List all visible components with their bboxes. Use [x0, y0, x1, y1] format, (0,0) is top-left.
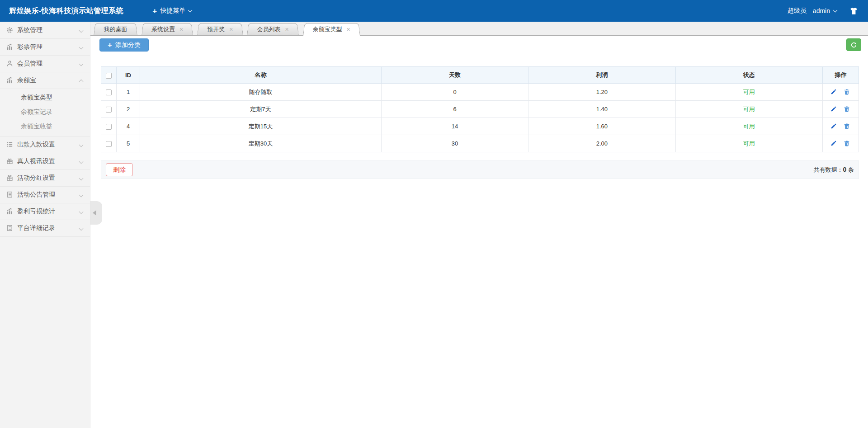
- table-row: 4 定期15天 14 1.60 可用: [101, 118, 859, 135]
- sidebar-item-profit-loss-statistics[interactable]: 盈利亏损统计: [0, 203, 90, 220]
- sidebar-item-activity-dividend-settings[interactable]: 活动分红设置: [0, 170, 90, 187]
- trash-icon[interactable]: [844, 89, 851, 96]
- add-category-label: 添加分类: [115, 41, 141, 49]
- sidebar-item-system-management[interactable]: 系统管理: [0, 22, 90, 39]
- chevron-down-icon: [833, 8, 838, 13]
- document-icon: [6, 191, 14, 198]
- total-prefix: 共有数据：: [814, 166, 843, 173]
- sidebar-item-yuebao-type[interactable]: 余额宝类型: [0, 90, 90, 104]
- delete-button[interactable]: 删除: [106, 163, 133, 176]
- cell-id: 1: [117, 84, 140, 101]
- sidebar-item-label: 活动分红设置: [17, 174, 55, 182]
- sidebar-menu: 系统管理 彩票管理 会员管理 余额宝: [0, 22, 90, 237]
- submenu-item-label: 余额宝类型: [21, 94, 52, 101]
- refresh-button[interactable]: [846, 38, 861, 51]
- trash-icon[interactable]: [844, 123, 851, 130]
- tab-member-list[interactable]: 会员列表 ×: [247, 23, 298, 35]
- user-icon: [6, 60, 14, 67]
- table-row: 5 定期30天 30 2.00 可用: [101, 135, 859, 152]
- row-checkbox[interactable]: [106, 89, 112, 95]
- close-icon[interactable]: ×: [347, 26, 350, 33]
- chevron-down-icon: [79, 159, 84, 164]
- chevron-down-icon: [79, 61, 84, 66]
- chevron-down-icon: [79, 45, 84, 49]
- chevron-down-icon: [79, 193, 84, 197]
- content-area: 我的桌面 系统设置 × 预开奖 × 会员列表 × 余额宝类型 ×: [90, 22, 868, 428]
- sidebar-item-label: 出款入款设置: [17, 141, 55, 149]
- tab-label: 系统设置: [151, 25, 175, 33]
- sidebar-item-label: 系统管理: [17, 26, 42, 34]
- sidebar-item-yuebao-income[interactable]: 余额宝收益: [0, 119, 90, 133]
- column-header-status: 状态: [675, 67, 822, 84]
- edit-icon[interactable]: [830, 123, 838, 130]
- chevron-down-icon: [79, 28, 84, 33]
- sidebar-item-label: 盈利亏损统计: [17, 207, 55, 216]
- table-row: 1 随存随取 0 1.20 可用: [101, 84, 859, 101]
- cell-days: 30: [381, 135, 528, 152]
- status-badge: 可用: [743, 89, 755, 95]
- refresh-icon: [850, 42, 857, 48]
- total-suffix: 条: [846, 166, 854, 173]
- quick-menu-button[interactable]: + 快捷菜单: [152, 7, 192, 15]
- sidebar-item-member-management[interactable]: 会员管理: [0, 56, 90, 72]
- tab-label: 预开奖: [207, 25, 225, 33]
- tab-system-settings[interactable]: 系统设置 ×: [142, 23, 193, 35]
- chevron-down-icon: [79, 176, 84, 180]
- sidebar-item-lottery-management[interactable]: 彩票管理: [0, 39, 90, 56]
- chart-icon: [6, 208, 14, 215]
- cell-name: 定期7天: [140, 101, 382, 118]
- tab-my-desktop[interactable]: 我的桌面: [94, 23, 137, 35]
- edit-icon[interactable]: [830, 89, 838, 96]
- chart-icon: [6, 77, 14, 84]
- sidebar-item-activity-announcement[interactable]: 活动公告管理: [0, 187, 90, 203]
- tab-label: 余额宝类型: [313, 25, 342, 33]
- add-category-button[interactable]: + 添加分类: [99, 38, 149, 52]
- app-title: 辉煌娱乐-快海科技演示站管理系统: [9, 6, 123, 16]
- cell-profit: 1.40: [528, 101, 675, 118]
- cell-days: 14: [381, 118, 528, 135]
- user-menu[interactable]: admin: [813, 7, 837, 14]
- sidebar-item-withdraw-deposit-settings[interactable]: 出款入款设置: [0, 136, 90, 153]
- cell-name: 定期15天: [140, 118, 382, 135]
- select-all-checkbox[interactable]: [106, 73, 112, 79]
- plus-icon: +: [152, 7, 157, 15]
- cell-id: 2: [117, 101, 140, 118]
- close-icon[interactable]: ×: [179, 26, 183, 33]
- sidebar-submenu-yuebao: 余额宝类型 余额宝记录 余额宝收益: [0, 89, 90, 136]
- sidebar-item-yuebao[interactable]: 余额宝: [0, 72, 90, 89]
- table-header-row: ID 名称 天数 利润 状态 操作: [101, 67, 859, 84]
- row-checkbox[interactable]: [106, 141, 112, 147]
- quick-menu-label: 快捷菜单: [160, 7, 185, 15]
- role-label: 超级员: [788, 7, 807, 15]
- chevron-down-icon: [79, 226, 84, 230]
- tab-pre-lottery[interactable]: 预开奖 ×: [197, 23, 243, 35]
- sidebar-item-live-video-settings[interactable]: 真人视讯设置: [0, 153, 90, 170]
- trash-icon[interactable]: [844, 140, 851, 147]
- sidebar-collapse-handle[interactable]: [90, 201, 102, 225]
- trash-icon[interactable]: [844, 106, 851, 113]
- data-table: ID 名称 天数 利润 状态 操作 1 随存随取: [101, 66, 859, 152]
- cell-name: 随存随取: [140, 84, 382, 101]
- edit-icon[interactable]: [830, 106, 838, 113]
- column-header-name: 名称: [140, 67, 382, 84]
- close-icon[interactable]: ×: [285, 26, 288, 33]
- toolbar: + 添加分类: [90, 36, 868, 52]
- edit-icon[interactable]: [830, 140, 838, 147]
- close-icon[interactable]: ×: [229, 26, 233, 33]
- submenu-item-label: 余额宝记录: [21, 108, 52, 115]
- sidebar-item-platform-detail-records[interactable]: 平台详细记录: [0, 220, 90, 237]
- document-icon: [6, 225, 14, 232]
- main-row: 系统管理 彩票管理 会员管理 余额宝: [0, 22, 868, 428]
- gear-icon: [6, 27, 14, 34]
- sidebar-item-label: 彩票管理: [17, 43, 42, 51]
- theme-button[interactable]: [849, 7, 858, 15]
- cell-name: 定期30天: [140, 135, 382, 152]
- tab-label: 会员列表: [257, 25, 280, 33]
- triangle-left-icon: [93, 210, 96, 216]
- row-checkbox[interactable]: [106, 107, 112, 113]
- tab-label: 我的桌面: [104, 25, 127, 33]
- sidebar-item-yuebao-records[interactable]: 余额宝记录: [0, 104, 90, 119]
- cell-id: 5: [117, 135, 140, 152]
- row-checkbox[interactable]: [106, 124, 112, 130]
- tab-yuebao-type[interactable]: 余额宝类型 ×: [303, 23, 360, 35]
